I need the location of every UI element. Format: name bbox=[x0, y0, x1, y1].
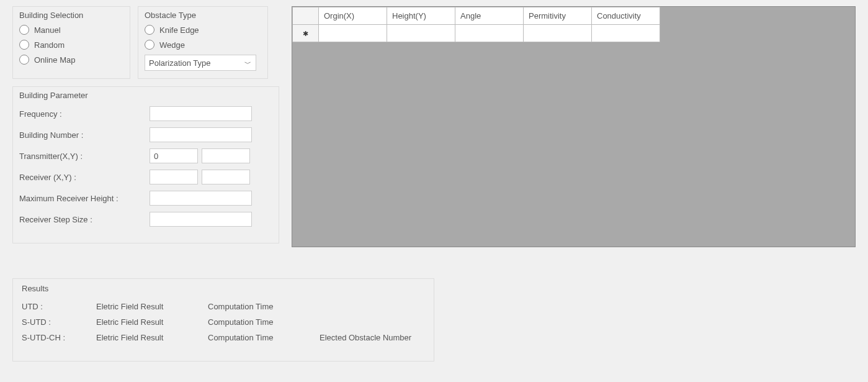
receiver-x-input[interactable] bbox=[150, 170, 198, 184]
radio-knife-edge[interactable]: Knife Edge bbox=[145, 25, 261, 35]
polarization-type-select[interactable]: Polarization Type bbox=[145, 55, 256, 71]
data-grid[interactable]: Orgin(X) Height(Y) Angle Permitivity Con… bbox=[292, 6, 856, 247]
result-field-sutd: Eletric Field Result bbox=[96, 317, 189, 327]
radio-icon bbox=[145, 25, 154, 35]
result-time-sutdch: Computation Time bbox=[208, 333, 301, 342]
receiver-y-input[interactable] bbox=[202, 170, 250, 184]
grid-cell[interactable] bbox=[524, 25, 592, 42]
grid-col-conductivity[interactable]: Conductivity bbox=[592, 7, 660, 25]
result-method-sutdch: S-UTD-CH : bbox=[22, 333, 78, 342]
results-group: Results UTD : Eletric Field Result Compu… bbox=[12, 278, 434, 362]
obstacle-type-group: Obstacle Type Knife Edge Wedge Polarizat… bbox=[138, 6, 268, 79]
grid-col-angle[interactable]: Angle bbox=[455, 7, 524, 25]
transmitter-x-input[interactable] bbox=[150, 148, 198, 163]
grid-col-origin-x[interactable]: Orgin(X) bbox=[319, 7, 387, 25]
radio-icon bbox=[19, 40, 29, 50]
max-receiver-height-label: Maximum Receiver Height : bbox=[19, 194, 150, 203]
radio-manuel[interactable]: Manuel bbox=[19, 25, 123, 35]
results-title: Results bbox=[22, 284, 425, 293]
result-row-utd: UTD : Eletric Field Result Computation T… bbox=[22, 302, 425, 311]
obstacle-type-title: Obstacle Type bbox=[145, 11, 261, 20]
frequency-input[interactable] bbox=[150, 106, 252, 121]
grid-cell[interactable] bbox=[387, 25, 455, 42]
receiver-step-size-label: Receiver Step Size : bbox=[19, 215, 150, 224]
radio-label-random: Random bbox=[34, 40, 65, 50]
result-row-sutdch: S-UTD-CH : Eletric Field Result Computat… bbox=[22, 333, 425, 342]
frequency-label: Frequency : bbox=[19, 109, 150, 119]
result-field-sutdch: Eletric Field Result bbox=[96, 333, 189, 342]
result-time-utd: Computation Time bbox=[208, 302, 301, 311]
result-method-utd: UTD : bbox=[22, 302, 78, 311]
building-number-input[interactable] bbox=[150, 127, 252, 142]
radio-icon bbox=[19, 25, 29, 35]
grid-cell[interactable] bbox=[592, 25, 660, 42]
receiver-step-size-input[interactable] bbox=[150, 212, 252, 227]
grid-col-permitivity[interactable]: Permitivity bbox=[524, 7, 592, 25]
radio-icon bbox=[145, 40, 154, 50]
result-field-utd: Eletric Field Result bbox=[96, 302, 189, 311]
result-extra-sutdch: Elected Obstacle Number bbox=[320, 333, 411, 342]
transmitter-y-input[interactable] bbox=[202, 148, 250, 163]
radio-wedge[interactable]: Wedge bbox=[145, 40, 261, 50]
grid-corner-cell bbox=[293, 7, 319, 25]
grid-col-height-y[interactable]: Height(Y) bbox=[387, 7, 455, 25]
building-selection-title: Building Selection bbox=[19, 11, 123, 20]
radio-icon bbox=[19, 55, 29, 65]
radio-label-knife-edge: Knife Edge bbox=[159, 25, 199, 35]
transmitter-label: Transmitter(X,Y) : bbox=[19, 152, 150, 161]
radio-label-online-map: Online Map bbox=[34, 55, 75, 65]
building-selection-group: Building Selection Manuel Random Online … bbox=[12, 6, 130, 79]
max-receiver-height-input[interactable] bbox=[150, 191, 252, 206]
radio-online-map[interactable]: Online Map bbox=[19, 55, 123, 65]
receiver-label: Receiver (X,Y) : bbox=[19, 173, 150, 182]
building-parameter-group: Building Parameter Frequency : Building … bbox=[12, 86, 279, 243]
result-method-sutd: S-UTD : bbox=[22, 317, 78, 327]
grid-cell[interactable] bbox=[319, 25, 387, 42]
radio-label-wedge: Wedge bbox=[159, 40, 185, 50]
building-number-label: Building Number : bbox=[19, 130, 150, 140]
radio-label-manuel: Manuel bbox=[34, 25, 61, 35]
new-row-marker-icon: ✱ bbox=[303, 30, 308, 37]
grid-new-row[interactable]: ✱ bbox=[293, 25, 660, 42]
grid-cell[interactable] bbox=[455, 25, 524, 42]
radio-random[interactable]: Random bbox=[19, 40, 123, 50]
result-time-sutd: Computation Time bbox=[208, 317, 301, 327]
building-parameter-title: Building Parameter bbox=[19, 91, 272, 100]
result-row-sutd: S-UTD : Eletric Field Result Computation… bbox=[22, 317, 425, 327]
